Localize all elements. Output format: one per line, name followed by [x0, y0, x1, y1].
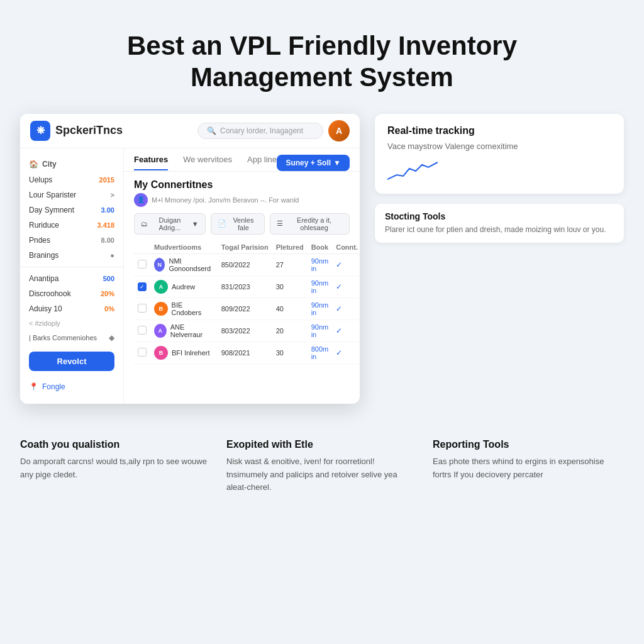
hero-section: Best an VPL Friendly Inventory Managemen…: [0, 0, 644, 114]
sidebar-label: Discroohook: [29, 289, 101, 298]
row-link[interactable]: 90nm in: [308, 275, 333, 297]
sidebar-label: Aduisy 10: [29, 304, 104, 313]
sidebar-badge: 3.418: [97, 221, 114, 229]
sidebar-label: Branings: [29, 251, 110, 260]
row-link[interactable]: 90nm in: [308, 253, 333, 275]
table-row[interactable]: AANE Nelverraur803/20222090nm in✓: [134, 319, 360, 341]
sidebar-label: Uelups: [29, 175, 99, 184]
bottom-feature-2: Reporting Tools Eas phote thers whind to…: [433, 439, 624, 494]
col-date: Togal Parision: [218, 241, 272, 254]
app-screenshot: ❋ SpckeriTncs 🔍 Conary lorder, Inagagent…: [20, 114, 360, 404]
data-table: Mudvertiooms Togal Parision Pletured Boo…: [134, 241, 360, 364]
row-checkbox[interactable]: ✓: [138, 282, 147, 291]
sidebar-item-day[interactable]: Day Symnent 3.00: [20, 203, 123, 218]
row-date: 908/2021: [218, 341, 272, 364]
panel-content: My Connertitnes 👤 M+l Mmoney /poi. Jonv/…: [124, 172, 360, 372]
table-row[interactable]: NNMI Gonoondserd850/20222790nm in✓: [134, 253, 360, 275]
table-row[interactable]: ✓AAudrew831/20233090nm in✓: [134, 275, 360, 297]
sidebar-badge: 8.00: [101, 236, 114, 244]
row-count: 30: [272, 275, 308, 297]
row-name-text: BFI Inlrehert: [172, 349, 210, 357]
col-book: Book: [308, 241, 333, 254]
tab-wervitoes[interactable]: We wervitoes: [183, 155, 232, 170]
row-connt: ✓: [332, 253, 360, 275]
realtime-tracking-card: Real-time tracking Vace maystrow Valenge…: [375, 114, 624, 194]
sidebar-item-ruri[interactable]: Ruriduce 3.418: [20, 218, 123, 233]
sidebar-item-lour[interactable]: Lour Sparister >: [20, 187, 123, 203]
sidebar-item-discroohook[interactable]: Discroohook 20%: [20, 286, 123, 301]
sidebar-badge: 3.00: [101, 206, 114, 214]
stocking-desc: Plarer ict oune for ptien and dreish, ma…: [385, 224, 614, 235]
sidebar-item-extra[interactable]: < #zidoply: [20, 316, 123, 330]
sidebar-item-anantipa[interactable]: Anantipa 500: [20, 271, 123, 286]
row-name: BBFI Inlrehert: [150, 341, 218, 364]
search-bar[interactable]: 🔍 Conary lorder, Inagagent: [197, 123, 323, 139]
tabs-bar: Features We wervitoes App line Suney + S…: [124, 148, 360, 172]
table-body: NNMI Gonoondserd850/20222790nm in✓✓AAudr…: [134, 253, 360, 364]
filters-row: 🗂 Duigan Adrig... ▼ 📄 Venles fale ☰ Ered…: [134, 213, 350, 235]
sidebar-badge: ●: [110, 252, 114, 259]
sidebar-badge: 2015: [99, 176, 114, 184]
row-link[interactable]: 800m in: [308, 341, 333, 364]
main-panel: Features We wervitoes App line Suney + S…: [124, 148, 360, 404]
filter-icon2: 📄: [218, 219, 226, 228]
filter-eredity[interactable]: ☰ Eredity a it, ohlesaeg: [270, 213, 350, 235]
sidebar-item-pndes[interactable]: Pndes 8.00: [20, 233, 123, 248]
row-checkbox[interactable]: [138, 304, 147, 313]
filter-duigan[interactable]: 🗂 Duigan Adrig... ▼: [134, 213, 206, 235]
row-name-text: BIE Cndobers: [172, 301, 214, 316]
hero-title: Best an VPL Friendly Inventory Managemen…: [25, 30, 619, 94]
bottom-features: Coath you qualistion Do amporaft carcns!…: [0, 424, 644, 509]
row-avatar: N: [154, 258, 165, 272]
tab-appline[interactable]: App line: [247, 155, 277, 170]
location-icon: 📍: [29, 382, 38, 391]
sidebar-barks-label: | Barks Commeniohes: [29, 334, 109, 341]
row-name: AAudrew: [150, 275, 218, 297]
sidebar-item-barks[interactable]: | Barks Commeniohes ◆: [20, 330, 123, 345]
table-row[interactable]: BBFI Inlrehert908/202130800m in✓: [134, 341, 360, 364]
tab-features[interactable]: Features: [134, 155, 168, 170]
filter-icon: 🗂: [141, 220, 148, 228]
search-icon: 🔍: [207, 126, 216, 135]
sidebar-label: Day Symnent: [29, 206, 101, 214]
main-content: ❋ SpckeriTncs 🔍 Conary lorder, Inagagent…: [0, 114, 644, 424]
bottom-feature-desc-1: Nisk wast & enoitive, iven! for roorreti…: [226, 455, 418, 494]
action-button[interactable]: Suney + Soll ▼: [277, 155, 350, 171]
sidebar-extra-label: < #zidoply: [29, 319, 114, 327]
row-connt: ✓: [332, 275, 360, 297]
user-avatar[interactable]: A: [328, 120, 350, 142]
bottom-feature-1: Exopited with Etle Nisk wast & enoitive,…: [226, 439, 418, 494]
app-logo-icon: ❋: [30, 121, 50, 141]
row-connt: ✓: [332, 341, 360, 364]
row-link[interactable]: 90nm in: [308, 319, 333, 341]
chart-svg: [387, 157, 438, 182]
chevron-down-icon: ▼: [333, 158, 341, 167]
sidebar-label: Anantipa: [29, 274, 103, 283]
row-date: 803/2022: [218, 319, 272, 341]
sidebar-item-branings[interactable]: Branings ●: [20, 248, 123, 263]
bottom-feature-desc-0: Do amporaft carcns! would ts,aily rpn to…: [20, 455, 211, 482]
sidebar-item-aduisy[interactable]: Aduisy 10 0%: [20, 301, 123, 316]
bottom-feature-desc-2: Eas phote thers whind to ergins in expen…: [433, 455, 624, 482]
filter-venles[interactable]: 📄 Venles fale: [211, 213, 265, 235]
sidebar-label: Ruriduce: [29, 221, 97, 230]
row-count: 30: [272, 341, 308, 364]
row-checkbox[interactable]: [138, 260, 147, 269]
app-body: 🏠 City Uelups 2015 Lour Sparister > Day …: [20, 148, 360, 404]
row-connt: ✓: [332, 297, 360, 319]
realtime-desc: Vace maystrow Valenge comexitime: [387, 140, 611, 153]
row-name-text: Audrew: [172, 283, 195, 291]
table-row[interactable]: BBIE Cndobers809/20224090nm in✓: [134, 297, 360, 319]
barks-icon: ◆: [109, 333, 114, 342]
filter-icon3: ☰: [277, 219, 283, 228]
row-link[interactable]: 90nm in: [308, 297, 333, 319]
sidebar-bottom-link[interactable]: 📍 Fongle: [20, 377, 123, 396]
row-date: 850/2022: [218, 253, 272, 275]
row-connt: ✓: [332, 319, 360, 341]
row-checkbox[interactable]: [138, 348, 147, 357]
stocking-title: Stocting Tools: [385, 211, 614, 221]
sidebar-item-uelups[interactable]: Uelups 2015: [20, 172, 123, 187]
row-checkbox[interactable]: [138, 326, 147, 335]
panel-title: My Connertitnes: [134, 179, 350, 191]
revolct-button[interactable]: Revolct: [29, 352, 114, 371]
